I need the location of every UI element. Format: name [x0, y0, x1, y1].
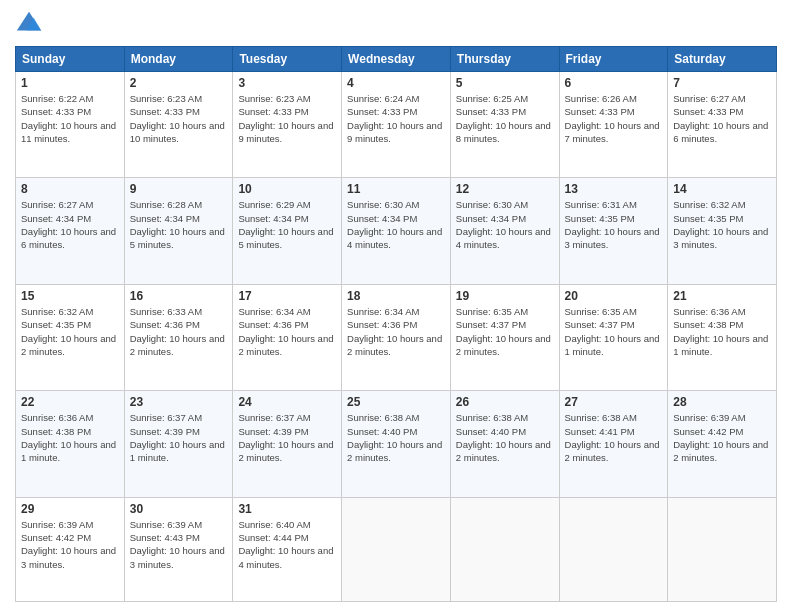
day-info: Sunrise: 6:31 AMSunset: 4:35 PMDaylight:…	[565, 198, 663, 251]
weekday-header-sunday: Sunday	[16, 47, 125, 72]
calendar-cell: 10 Sunrise: 6:29 AMSunset: 4:34 PMDaylig…	[233, 178, 342, 284]
day-number: 14	[673, 182, 771, 196]
calendar-week-1: 1 Sunrise: 6:22 AMSunset: 4:33 PMDayligh…	[16, 72, 777, 178]
day-number: 10	[238, 182, 336, 196]
day-info: Sunrise: 6:36 AMSunset: 4:38 PMDaylight:…	[21, 411, 119, 464]
day-number: 26	[456, 395, 554, 409]
day-number: 18	[347, 289, 445, 303]
day-info: Sunrise: 6:24 AMSunset: 4:33 PMDaylight:…	[347, 92, 445, 145]
calendar-week-5: 29 Sunrise: 6:39 AMSunset: 4:42 PMDaylig…	[16, 497, 777, 601]
weekday-header-saturday: Saturday	[668, 47, 777, 72]
day-number: 24	[238, 395, 336, 409]
day-info: Sunrise: 6:30 AMSunset: 4:34 PMDaylight:…	[456, 198, 554, 251]
day-info: Sunrise: 6:35 AMSunset: 4:37 PMDaylight:…	[565, 305, 663, 358]
day-info: Sunrise: 6:37 AMSunset: 4:39 PMDaylight:…	[238, 411, 336, 464]
day-number: 21	[673, 289, 771, 303]
calendar-week-4: 22 Sunrise: 6:36 AMSunset: 4:38 PMDaylig…	[16, 391, 777, 497]
day-number: 22	[21, 395, 119, 409]
day-number: 2	[130, 76, 228, 90]
calendar-cell: 31 Sunrise: 6:40 AMSunset: 4:44 PMDaylig…	[233, 497, 342, 601]
calendar-cell: 12 Sunrise: 6:30 AMSunset: 4:34 PMDaylig…	[450, 178, 559, 284]
calendar-cell: 16 Sunrise: 6:33 AMSunset: 4:36 PMDaylig…	[124, 284, 233, 390]
calendar-week-2: 8 Sunrise: 6:27 AMSunset: 4:34 PMDayligh…	[16, 178, 777, 284]
day-number: 5	[456, 76, 554, 90]
day-info: Sunrise: 6:29 AMSunset: 4:34 PMDaylight:…	[238, 198, 336, 251]
calendar-cell: 30 Sunrise: 6:39 AMSunset: 4:43 PMDaylig…	[124, 497, 233, 601]
calendar-cell: 19 Sunrise: 6:35 AMSunset: 4:37 PMDaylig…	[450, 284, 559, 390]
calendar-cell	[668, 497, 777, 601]
calendar-cell: 28 Sunrise: 6:39 AMSunset: 4:42 PMDaylig…	[668, 391, 777, 497]
day-info: Sunrise: 6:34 AMSunset: 4:36 PMDaylight:…	[347, 305, 445, 358]
day-info: Sunrise: 6:23 AMSunset: 4:33 PMDaylight:…	[238, 92, 336, 145]
day-info: Sunrise: 6:30 AMSunset: 4:34 PMDaylight:…	[347, 198, 445, 251]
day-info: Sunrise: 6:27 AMSunset: 4:33 PMDaylight:…	[673, 92, 771, 145]
calendar-cell: 6 Sunrise: 6:26 AMSunset: 4:33 PMDayligh…	[559, 72, 668, 178]
day-info: Sunrise: 6:33 AMSunset: 4:36 PMDaylight:…	[130, 305, 228, 358]
day-info: Sunrise: 6:22 AMSunset: 4:33 PMDaylight:…	[21, 92, 119, 145]
day-number: 31	[238, 502, 336, 516]
calendar-cell: 24 Sunrise: 6:37 AMSunset: 4:39 PMDaylig…	[233, 391, 342, 497]
day-number: 27	[565, 395, 663, 409]
calendar-cell: 9 Sunrise: 6:28 AMSunset: 4:34 PMDayligh…	[124, 178, 233, 284]
logo	[15, 10, 47, 38]
weekday-header-friday: Friday	[559, 47, 668, 72]
day-info: Sunrise: 6:32 AMSunset: 4:35 PMDaylight:…	[21, 305, 119, 358]
calendar-cell: 14 Sunrise: 6:32 AMSunset: 4:35 PMDaylig…	[668, 178, 777, 284]
calendar-table: SundayMondayTuesdayWednesdayThursdayFrid…	[15, 46, 777, 602]
weekday-header-thursday: Thursday	[450, 47, 559, 72]
day-info: Sunrise: 6:39 AMSunset: 4:42 PMDaylight:…	[673, 411, 771, 464]
calendar-cell: 18 Sunrise: 6:34 AMSunset: 4:36 PMDaylig…	[342, 284, 451, 390]
day-info: Sunrise: 6:25 AMSunset: 4:33 PMDaylight:…	[456, 92, 554, 145]
calendar-week-3: 15 Sunrise: 6:32 AMSunset: 4:35 PMDaylig…	[16, 284, 777, 390]
day-number: 6	[565, 76, 663, 90]
day-number: 3	[238, 76, 336, 90]
day-number: 17	[238, 289, 336, 303]
day-info: Sunrise: 6:38 AMSunset: 4:40 PMDaylight:…	[456, 411, 554, 464]
calendar-cell	[559, 497, 668, 601]
calendar-cell: 17 Sunrise: 6:34 AMSunset: 4:36 PMDaylig…	[233, 284, 342, 390]
calendar-cell: 27 Sunrise: 6:38 AMSunset: 4:41 PMDaylig…	[559, 391, 668, 497]
calendar-cell: 25 Sunrise: 6:38 AMSunset: 4:40 PMDaylig…	[342, 391, 451, 497]
calendar-cell	[342, 497, 451, 601]
day-number: 25	[347, 395, 445, 409]
day-info: Sunrise: 6:37 AMSunset: 4:39 PMDaylight:…	[130, 411, 228, 464]
calendar-cell: 23 Sunrise: 6:37 AMSunset: 4:39 PMDaylig…	[124, 391, 233, 497]
day-info: Sunrise: 6:39 AMSunset: 4:43 PMDaylight:…	[130, 518, 228, 571]
day-number: 1	[21, 76, 119, 90]
day-info: Sunrise: 6:40 AMSunset: 4:44 PMDaylight:…	[238, 518, 336, 571]
calendar-cell: 21 Sunrise: 6:36 AMSunset: 4:38 PMDaylig…	[668, 284, 777, 390]
calendar-cell: 3 Sunrise: 6:23 AMSunset: 4:33 PMDayligh…	[233, 72, 342, 178]
calendar-cell: 22 Sunrise: 6:36 AMSunset: 4:38 PMDaylig…	[16, 391, 125, 497]
calendar-cell: 1 Sunrise: 6:22 AMSunset: 4:33 PMDayligh…	[16, 72, 125, 178]
weekday-header-row: SundayMondayTuesdayWednesdayThursdayFrid…	[16, 47, 777, 72]
calendar-cell: 15 Sunrise: 6:32 AMSunset: 4:35 PMDaylig…	[16, 284, 125, 390]
day-number: 16	[130, 289, 228, 303]
day-info: Sunrise: 6:38 AMSunset: 4:41 PMDaylight:…	[565, 411, 663, 464]
calendar-cell: 13 Sunrise: 6:31 AMSunset: 4:35 PMDaylig…	[559, 178, 668, 284]
day-number: 15	[21, 289, 119, 303]
day-info: Sunrise: 6:27 AMSunset: 4:34 PMDaylight:…	[21, 198, 119, 251]
day-number: 19	[456, 289, 554, 303]
day-info: Sunrise: 6:34 AMSunset: 4:36 PMDaylight:…	[238, 305, 336, 358]
day-info: Sunrise: 6:32 AMSunset: 4:35 PMDaylight:…	[673, 198, 771, 251]
day-info: Sunrise: 6:39 AMSunset: 4:42 PMDaylight:…	[21, 518, 119, 571]
day-info: Sunrise: 6:23 AMSunset: 4:33 PMDaylight:…	[130, 92, 228, 145]
day-info: Sunrise: 6:28 AMSunset: 4:34 PMDaylight:…	[130, 198, 228, 251]
page: SundayMondayTuesdayWednesdayThursdayFrid…	[0, 0, 792, 612]
calendar-cell: 8 Sunrise: 6:27 AMSunset: 4:34 PMDayligh…	[16, 178, 125, 284]
day-number: 12	[456, 182, 554, 196]
weekday-header-monday: Monday	[124, 47, 233, 72]
day-info: Sunrise: 6:26 AMSunset: 4:33 PMDaylight:…	[565, 92, 663, 145]
day-number: 4	[347, 76, 445, 90]
day-info: Sunrise: 6:35 AMSunset: 4:37 PMDaylight:…	[456, 305, 554, 358]
calendar-cell: 20 Sunrise: 6:35 AMSunset: 4:37 PMDaylig…	[559, 284, 668, 390]
day-number: 9	[130, 182, 228, 196]
calendar-cell: 7 Sunrise: 6:27 AMSunset: 4:33 PMDayligh…	[668, 72, 777, 178]
weekday-header-tuesday: Tuesday	[233, 47, 342, 72]
day-number: 30	[130, 502, 228, 516]
weekday-header-wednesday: Wednesday	[342, 47, 451, 72]
day-number: 29	[21, 502, 119, 516]
day-info: Sunrise: 6:38 AMSunset: 4:40 PMDaylight:…	[347, 411, 445, 464]
header	[15, 10, 777, 38]
logo-icon	[15, 10, 43, 38]
